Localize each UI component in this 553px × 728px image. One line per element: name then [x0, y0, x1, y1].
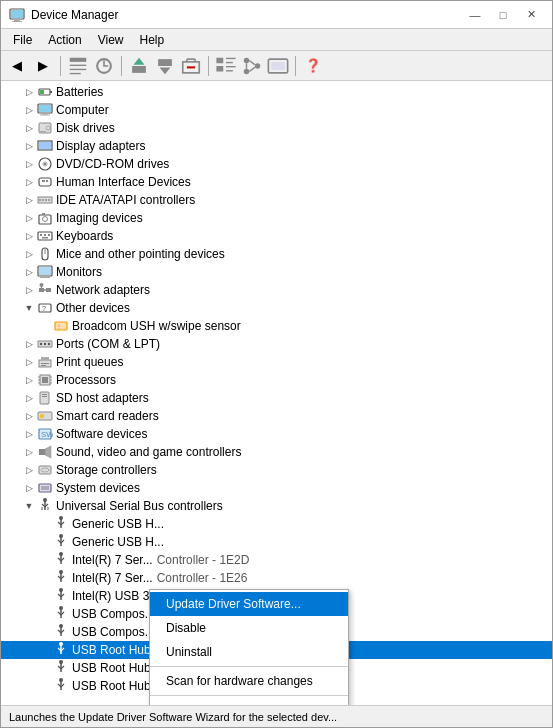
minimize-button[interactable]: — [462, 6, 488, 24]
toolbar-sep1 [60, 56, 61, 76]
tree-item-sd-host[interactable]: ▷ SD host adapters [1, 389, 552, 407]
usb-root1-icon [53, 642, 69, 658]
toolbar-forward[interactable]: ▶ [31, 54, 55, 78]
svg-rect-34 [40, 90, 44, 94]
svg-point-111 [59, 552, 63, 556]
toolbar-properties[interactable] [66, 54, 90, 78]
intel7-1-label: Intel(R) 7 Ser... [72, 553, 153, 567]
tree-item-computer[interactable]: ▷ Computer [1, 101, 552, 119]
expander-batteries[interactable]: ▷ [21, 84, 37, 100]
expander-computer[interactable]: ▷ [21, 102, 37, 118]
expander-dvd-cdrom[interactable]: ▷ [21, 156, 37, 172]
expander-hid[interactable]: ▷ [21, 174, 37, 190]
ctx-scan[interactable]: Scan for hardware changes [150, 669, 348, 693]
generic-usb1-label: Generic USB H... [72, 517, 164, 531]
toolbar-devices-connection[interactable] [240, 54, 264, 78]
ctx-disable[interactable]: Disable [150, 616, 348, 640]
tree-item-imaging[interactable]: ▷ Imaging devices [1, 209, 552, 227]
tree-item-generic-usb1[interactable]: ▷ Generic USB H... [1, 515, 552, 533]
menu-view[interactable]: View [90, 31, 132, 49]
svg-rect-36 [39, 105, 51, 112]
expander-smart-card[interactable]: ▷ [21, 408, 37, 424]
toolbar-uninstall[interactable] [179, 54, 203, 78]
tree-item-storage[interactable]: ▷ Storage controllers [1, 461, 552, 479]
keyboards-icon [37, 228, 53, 244]
tree-item-generic-usb2[interactable]: ▷ Generic USB H... [1, 533, 552, 551]
expander-sd-host[interactable]: ▷ [21, 390, 37, 406]
ports-label: Ports (COM & LPT) [56, 337, 160, 351]
tree-item-other-devices[interactable]: ▼ ? Other devices [1, 299, 552, 317]
storage-label: Storage controllers [56, 463, 157, 477]
svg-point-115 [59, 624, 63, 628]
expander-network-adapters[interactable]: ▷ [21, 282, 37, 298]
expander-other-devices[interactable]: ▼ [21, 300, 37, 316]
ctx-update-driver[interactable]: Update Driver Software... [150, 592, 348, 616]
content-area: ▷ Batteries ▷ Computer ▷ Disk drives [1, 81, 552, 705]
menu-action[interactable]: Action [40, 31, 89, 49]
toolbar-back[interactable]: ◀ [5, 54, 29, 78]
menu-help[interactable]: Help [132, 31, 173, 49]
dvd-cdrom-label: DVD/CD-ROM drives [56, 157, 169, 171]
toolbar-help[interactable]: ❓ [301, 54, 325, 78]
menu-file[interactable]: File [5, 31, 40, 49]
ctx-properties[interactable]: Properties [150, 698, 348, 705]
maximize-button[interactable]: □ [490, 6, 516, 24]
tree-item-hid[interactable]: ▷ Human Interface Devices [1, 173, 552, 191]
expander-print-queues[interactable]: ▷ [21, 354, 37, 370]
close-button[interactable]: ✕ [518, 6, 544, 24]
expander-imaging[interactable]: ▷ [21, 210, 37, 226]
svg-line-29 [249, 67, 255, 71]
tree-item-monitors[interactable]: ▷ Monitors [1, 263, 552, 281]
expander-system-devices[interactable]: ▷ [21, 480, 37, 496]
tree-item-ide-ata[interactable]: ▷ IDE ATA/ATAPI controllers [1, 191, 552, 209]
toolbar-scan[interactable] [92, 54, 116, 78]
tree-item-ports[interactable]: ▷ Ports (COM & LPT) [1, 335, 552, 353]
toolbar-devices-type[interactable] [214, 54, 238, 78]
expander-sound-video[interactable]: ▷ [21, 444, 37, 460]
expander-processors[interactable]: ▷ [21, 372, 37, 388]
svg-rect-49 [46, 180, 48, 182]
computer-label: Computer [56, 103, 109, 117]
hid-icon [37, 174, 53, 190]
tree-item-network-adapters[interactable]: ▷ Network adapters [1, 281, 552, 299]
generic-usb1-icon [53, 516, 69, 532]
svg-rect-4 [70, 57, 87, 61]
tree-item-software-devices[interactable]: ▷ SW Software devices [1, 425, 552, 443]
tree-item-mice[interactable]: ▷ Mice and other pointing devices [1, 245, 552, 263]
tree-item-smart-card[interactable]: ▷ Smart card readers [1, 407, 552, 425]
svg-rect-3 [11, 10, 23, 18]
expander-software-devices[interactable]: ▷ [21, 426, 37, 442]
toolbar-rollback[interactable] [153, 54, 177, 78]
toolbar-update-driver[interactable] [127, 54, 151, 78]
expander-disk-drives[interactable]: ▷ [21, 120, 37, 136]
expander-mice[interactable]: ▷ [21, 246, 37, 262]
tree-item-dvd-cdrom[interactable]: ▷ DVD/CD-ROM drives [1, 155, 552, 173]
tree-item-disk-drives[interactable]: ▷ Disk drives [1, 119, 552, 137]
tree-item-print-queues[interactable]: ▷ Print queues [1, 353, 552, 371]
expander-display-adapters[interactable]: ▷ [21, 138, 37, 154]
expander-ports[interactable]: ▷ [21, 336, 37, 352]
ctx-uninstall[interactable]: Uninstall [150, 640, 348, 664]
tree-item-system-devices[interactable]: ▷ System devices [1, 479, 552, 497]
display-adapters-label: Display adapters [56, 139, 145, 153]
expander-ide-ata[interactable]: ▷ [21, 192, 37, 208]
expander-monitors[interactable]: ▷ [21, 264, 37, 280]
toolbar-resources-type[interactable] [266, 54, 290, 78]
monitors-label: Monitors [56, 265, 102, 279]
tree-item-keyboards[interactable]: ▷ Keyboards [1, 227, 552, 245]
tree-item-broadcom[interactable]: ▷ ! Broadcom USH w/swipe sensor [1, 317, 552, 335]
svg-rect-60 [44, 234, 46, 236]
tree-item-processors[interactable]: ▷ Processors [1, 371, 552, 389]
tree-item-display-adapters[interactable]: ▷ Display adapters [1, 137, 552, 155]
tree-item-sound-video[interactable]: ▷ Sound, video and game controllers [1, 443, 552, 461]
svg-point-79 [44, 343, 46, 345]
menu-bar: File Action View Help [1, 29, 552, 51]
tree-item-intel7-2[interactable]: ▷ Intel(R) 7 Ser... Controller - 1E26 [1, 569, 552, 587]
expander-usb[interactable]: ▼ [21, 498, 37, 514]
tree-item-usb[interactable]: ▼ Universal Serial Bus controllers [1, 497, 552, 515]
tree-item-intel7-1[interactable]: ▷ Intel(R) 7 Ser... Controller - 1E2D [1, 551, 552, 569]
tree-item-batteries[interactable]: ▷ Batteries [1, 83, 552, 101]
expander-storage[interactable]: ▷ [21, 462, 37, 478]
disk-drives-label: Disk drives [56, 121, 115, 135]
expander-keyboards[interactable]: ▷ [21, 228, 37, 244]
